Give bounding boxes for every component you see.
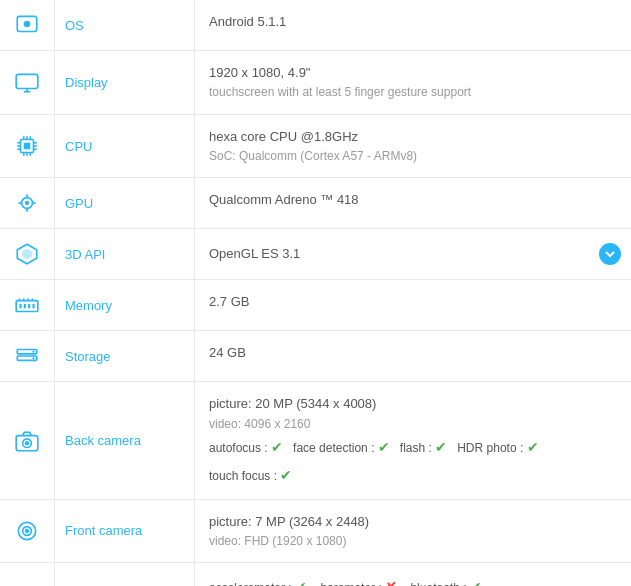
cpu-icon-cell <box>0 115 55 178</box>
3dapi-label: 3D API <box>55 229 195 279</box>
flash-check: ✔ <box>435 439 447 455</box>
front-camera-row: Front camera picture: 7 MP (3264 x 2448)… <box>0 500 631 564</box>
display-icon-cell <box>0 51 55 114</box>
back-camera-features-line2: touch focus : ✔ <box>209 465 617 487</box>
display-row: Display 1920 x 1080, 4.9" touchscreen wi… <box>0 51 631 115</box>
svg-rect-6 <box>24 143 31 150</box>
storage-value: 24 GB <box>195 331 631 381</box>
flash-label: flash : <box>400 441 432 455</box>
touch-focus-label: touch focus : <box>209 469 277 483</box>
3dapi-row: 3D API OpenGL ES 3.1 <box>0 229 631 280</box>
storage-label: Storage <box>55 331 195 381</box>
os-icon <box>14 12 40 38</box>
svg-rect-2 <box>16 75 38 89</box>
svg-marker-22 <box>22 249 33 260</box>
cpu-value-main: hexa core CPU @1.8GHz <box>209 127 617 147</box>
bluetooth-check: ✔ <box>470 579 482 586</box>
display-value-main: 1920 x 1080, 4.9" <box>209 63 617 83</box>
storage-row: Storage 24 GB <box>0 331 631 382</box>
accelerometer-check: ✔ <box>295 579 307 586</box>
cpu-icon <box>14 133 40 159</box>
bluetooth-label: bluetooth : <box>410 581 466 586</box>
svg-rect-23 <box>16 301 38 312</box>
back-camera-icon <box>14 428 40 454</box>
svg-rect-26 <box>28 304 30 308</box>
back-camera-features-line1: autofocus : ✔ face detection : ✔ flash :… <box>209 437 617 459</box>
hdr-label: HDR photo : <box>457 441 523 455</box>
front-camera-value-main: picture: 7 MP (3264 x 2448) <box>209 512 617 532</box>
os-value: Android 5.1.1 <box>195 0 631 50</box>
touch-focus-check: ✔ <box>280 467 292 483</box>
gpu-row: GPU Qualcomm Adreno ™ 418 <box>0 178 631 229</box>
memory-icon <box>14 292 40 318</box>
os-value-main: Android 5.1.1 <box>209 14 286 29</box>
front-camera-label: Front camera <box>55 500 195 563</box>
memory-label: Memory <box>55 280 195 330</box>
storage-icon-cell <box>0 331 55 381</box>
face-detection-label: face detection : <box>293 441 374 455</box>
back-camera-value-sub: video: 4096 x 2160 <box>209 415 617 434</box>
3dapi-icon <box>14 241 40 267</box>
features-row: Features accelerometer : ✔ barometer : ✘… <box>0 563 631 586</box>
memory-row: Memory 2.7 GB <box>0 280 631 331</box>
3dapi-value-main: OpenGL ES 3.1 <box>209 244 617 264</box>
back-camera-icon-cell <box>0 382 55 498</box>
autofocus-check: ✔ <box>271 439 283 455</box>
gpu-icon-cell <box>0 178 55 228</box>
back-camera-value-main: picture: 20 MP (5344 x 4008) <box>209 394 617 414</box>
back-camera-row: Back camera picture: 20 MP (5344 x 4008)… <box>0 382 631 499</box>
svg-rect-27 <box>32 304 34 308</box>
autofocus-label: autofocus : <box>209 441 268 455</box>
features-line1: accelerometer : ✔ barometer : ✘ bluetoot… <box>209 577 617 586</box>
cpu-value-sub: SoC: Qualcomm (Cortex A57 - ARMv8) <box>209 147 617 166</box>
svg-point-35 <box>32 358 34 360</box>
front-camera-icon <box>14 518 40 544</box>
gpu-value: Qualcomm Adreno ™ 418 <box>195 178 631 228</box>
os-row: OS Android 5.1.1 <box>0 0 631 51</box>
memory-value: 2.7 GB <box>195 280 631 330</box>
features-icon-cell <box>0 563 55 586</box>
barometer-cross: ✘ <box>385 579 397 586</box>
3dapi-dropdown-button[interactable] <box>599 243 621 265</box>
svg-point-34 <box>32 351 34 353</box>
cpu-label: CPU <box>55 115 195 178</box>
svg-rect-24 <box>19 304 21 308</box>
svg-point-1 <box>24 21 31 28</box>
gpu-icon <box>14 190 40 216</box>
display-icon <box>14 69 40 95</box>
3dapi-icon-cell <box>0 229 55 279</box>
os-icon-cell <box>0 0 55 50</box>
svg-point-38 <box>25 441 29 445</box>
front-camera-value: picture: 7 MP (3264 x 2448) video: FHD (… <box>195 500 631 563</box>
accelerometer-label: accelerometer : <box>209 581 292 586</box>
back-camera-label: Back camera <box>55 382 195 498</box>
barometer-label: barometer : <box>320 581 381 586</box>
storage-value-main: 24 GB <box>209 345 246 360</box>
hdr-check: ✔ <box>527 439 539 455</box>
os-label: OS <box>55 0 195 50</box>
cpu-row: CPU hexa core CPU @1.8GHz SoC: Qualcomm … <box>0 115 631 179</box>
memory-value-main: 2.7 GB <box>209 294 249 309</box>
back-camera-value: picture: 20 MP (5344 x 4008) video: 4096… <box>195 382 631 498</box>
cpu-value: hexa core CPU @1.8GHz SoC: Qualcomm (Cor… <box>195 115 631 178</box>
front-camera-icon-cell <box>0 500 55 563</box>
display-value-sub: touchscreen with at least 5 finger gestu… <box>209 83 617 102</box>
storage-icon <box>14 343 40 369</box>
3dapi-value: OpenGL ES 3.1 <box>195 229 631 279</box>
svg-point-41 <box>25 529 29 533</box>
svg-point-20 <box>25 201 29 205</box>
memory-icon-cell <box>0 280 55 330</box>
features-value: accelerometer : ✔ barometer : ✘ bluetoot… <box>195 563 631 586</box>
device-specs-table: OS Android 5.1.1 Display 1920 x 1080, 4.… <box>0 0 631 586</box>
svg-rect-25 <box>24 304 26 308</box>
front-camera-value-sub: video: FHD (1920 x 1080) <box>209 532 617 551</box>
gpu-label: GPU <box>55 178 195 228</box>
gpu-value-main: Qualcomm Adreno ™ 418 <box>209 192 359 207</box>
display-value: 1920 x 1080, 4.9" touchscreen with at le… <box>195 51 631 114</box>
face-detection-check: ✔ <box>378 439 390 455</box>
display-label: Display <box>55 51 195 114</box>
features-label: Features <box>55 563 195 586</box>
